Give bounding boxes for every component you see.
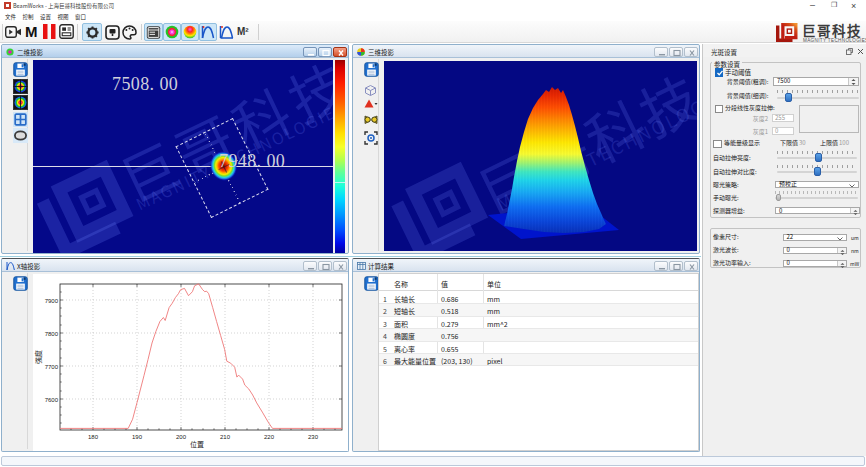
svg-text:7800: 7800 [45,331,59,337]
svg-text:190: 190 [132,434,143,440]
svg-text:230: 230 [308,434,319,440]
svg-text:210: 210 [220,434,231,440]
svg-text:200: 200 [176,434,187,440]
svg-text:7700: 7700 [45,364,59,370]
svg-text:强度: 强度 [33,350,43,364]
svg-text:位置: 位置 [190,439,204,449]
svg-text:7600: 7600 [45,397,59,403]
svg-text:220: 220 [264,434,275,440]
svg-text:180: 180 [88,434,99,440]
svg-text:7900: 7900 [45,298,59,304]
